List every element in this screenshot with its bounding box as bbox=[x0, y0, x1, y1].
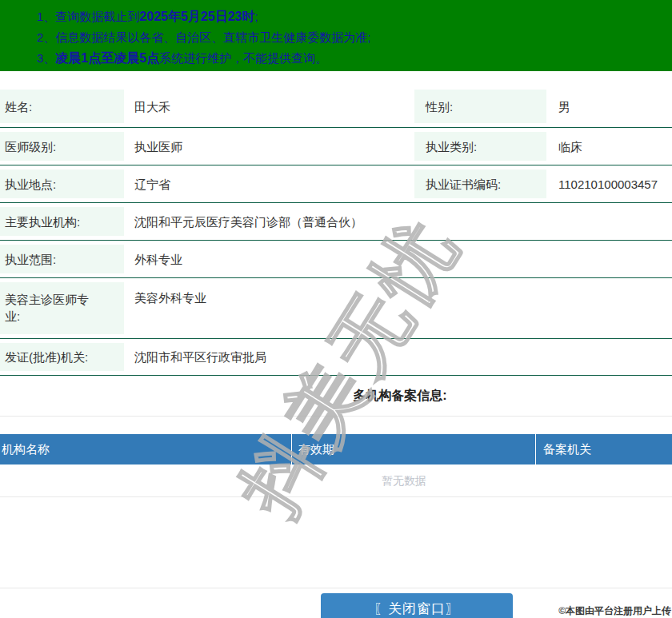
divider bbox=[0, 588, 672, 588]
name-text: 田大禾 bbox=[134, 100, 170, 114]
doctor-level-label-cell: 医师级别: bbox=[0, 128, 124, 165]
cosmetic-specialty-label: 美容主诊医师专业: bbox=[0, 291, 94, 325]
doctor-level-label: 医师级别: bbox=[0, 140, 56, 155]
table-row-name-gender: 姓名: 田大禾 性别: 男 bbox=[0, 86, 672, 128]
gender-label: 性别: bbox=[414, 100, 453, 115]
notice-line-3: 3、凌晨1点至凌晨5点系统进行维护，不能提供查询。 bbox=[37, 48, 664, 69]
practice-category-label: 执业类别: bbox=[414, 140, 477, 155]
empty-data-message: 暂无数据 bbox=[0, 464, 672, 496]
cosmetic-specialty-value: 美容外科专业 bbox=[124, 278, 672, 338]
name-value: 田大禾 bbox=[124, 86, 414, 127]
notice-line-1: 1、查询数据截止到2025年5月25日23时; bbox=[37, 6, 664, 27]
main-institution-text: 沈阳和平元辰医疗美容门诊部（普通合伙） bbox=[134, 215, 362, 229]
table-row-main-institution: 主要执业机构: 沈阳和平元辰医疗美容门诊部（普通合伙） bbox=[0, 203, 672, 241]
notice-text: 系统进行维护，不能提供查询。 bbox=[159, 51, 327, 65]
issuing-authority-label-cell: 发证(批准)机关: bbox=[0, 339, 124, 375]
cosmetic-specialty-label-cell: 美容主诊医师专业: bbox=[0, 278, 124, 338]
license-number-label: 执业证书编码: bbox=[414, 177, 501, 193]
notice-text-bold: 2025年5月25日23时 bbox=[139, 10, 254, 23]
license-number-label-cell: 执业证书编码: bbox=[414, 165, 546, 202]
doctor-level-value: 执业医师 bbox=[124, 128, 414, 165]
main-institution-label-cell: 主要执业机构: bbox=[0, 203, 124, 240]
table-row-location-license: 执业地点: 辽宁省 执业证书编码: 110210100003457 bbox=[0, 165, 672, 203]
license-number-value: 110210100003457 bbox=[546, 165, 672, 202]
notice-line-number: 3、 bbox=[37, 51, 55, 65]
gender-text: 男 bbox=[558, 100, 570, 114]
practice-scope-text: 外科专业 bbox=[134, 253, 182, 266]
table-row-level-category: 医师级别: 执业医师 执业类别: 临床 bbox=[0, 128, 672, 165]
main-institution-value: 沈阳和平元辰医疗美容门诊部（普通合伙） bbox=[124, 203, 672, 240]
divider bbox=[0, 496, 672, 497]
divider bbox=[0, 416, 672, 417]
table-row-cosmetic-specialty: 美容主诊医师专业: 美容外科专业 bbox=[0, 278, 672, 339]
cosmetic-specialty-text: 美容外科专业 bbox=[134, 291, 206, 305]
practice-scope-value: 外科专业 bbox=[124, 241, 672, 277]
practice-location-text: 辽宁省 bbox=[134, 177, 170, 191]
table-row-practice-scope: 执业范围: 外科专业 bbox=[0, 241, 672, 278]
practice-scope-label: 执业范围: bbox=[0, 253, 56, 268]
upload-stamp-watermark: ©本图由平台注册用户上传 bbox=[558, 604, 671, 618]
multi-institution-heading: 多机构备案信息: bbox=[0, 388, 672, 404]
name-label-cell: 姓名: bbox=[0, 86, 124, 127]
notice-line-number: 2、 bbox=[37, 30, 55, 44]
notice-text-bold: 凌晨1点至凌晨5点 bbox=[55, 51, 159, 65]
practitioner-info-table: 姓名: 田大禾 性别: 男 医师级别: 执业医师 执业类别: 临床 执业地点: … bbox=[0, 86, 672, 376]
practice-scope-label-cell: 执业范围: bbox=[0, 241, 124, 277]
practice-location-label: 执业地点: bbox=[0, 177, 56, 193]
practice-category-text: 临床 bbox=[558, 140, 582, 154]
issuing-authority-label: 发证(批准)机关: bbox=[0, 350, 88, 365]
column-header-filing-authority: 备案机关 bbox=[536, 434, 672, 464]
issuing-authority-value: 沈阳市和平区行政审批局 bbox=[124, 339, 672, 375]
notice-line-number: 1、 bbox=[37, 10, 55, 23]
main-institution-label: 主要执业机构: bbox=[0, 215, 80, 230]
practice-category-label-cell: 执业类别: bbox=[414, 128, 546, 165]
issuing-authority-text: 沈阳市和平区行政审批局 bbox=[134, 350, 266, 364]
close-window-button[interactable]: 〖关闭窗口〗 bbox=[321, 593, 513, 618]
practice-category-value: 临床 bbox=[546, 128, 672, 165]
license-number-text: 110210100003457 bbox=[558, 177, 658, 191]
notice-text: ; bbox=[254, 10, 258, 23]
doctor-level-text: 执业医师 bbox=[134, 140, 182, 154]
column-header-institution-name: 机构名称 bbox=[0, 434, 292, 464]
practice-location-value: 辽宁省 bbox=[124, 165, 414, 202]
notice-banner: 1、查询数据截止到2025年5月25日23时; 2、信息数据结果以各省、自治区、… bbox=[0, 0, 672, 71]
notice-text: 查询数据截止到 bbox=[55, 10, 139, 23]
column-header-validity-period: 有效期 bbox=[292, 434, 536, 464]
records-table-header: 机构名称 有效期 备案机关 bbox=[0, 434, 672, 464]
notice-text: 信息数据结果以各省、自治区、直辖市卫生健康委数据为准; bbox=[55, 30, 370, 44]
practice-location-label-cell: 执业地点: bbox=[0, 165, 124, 202]
gender-label-cell: 性别: bbox=[414, 86, 546, 127]
name-label: 姓名: bbox=[0, 100, 32, 115]
gender-value: 男 bbox=[546, 86, 672, 127]
table-row-issuing-authority: 发证(批准)机关: 沈阳市和平区行政审批局 bbox=[0, 339, 672, 376]
notice-line-2: 2、信息数据结果以各省、自治区、直辖市卫生健康委数据为准; bbox=[37, 27, 664, 48]
